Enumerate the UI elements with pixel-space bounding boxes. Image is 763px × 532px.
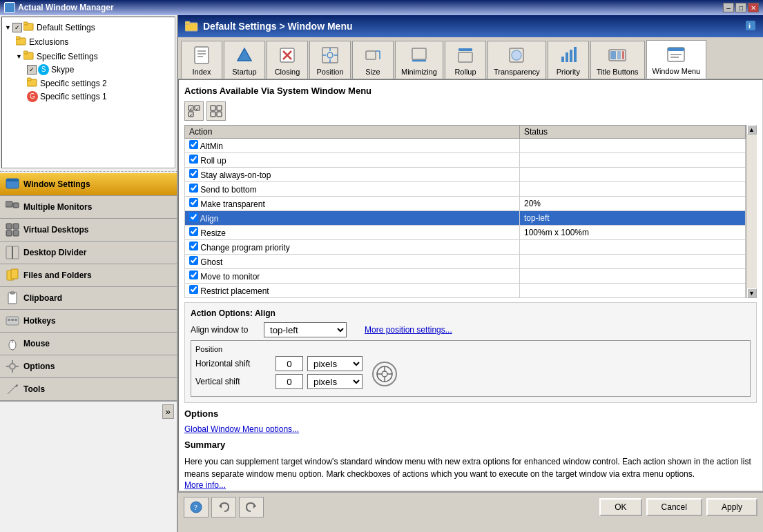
tree-label: Skype [51,65,74,75]
tab-index[interactable]: Index [181,41,222,79]
close-button[interactable]: ✕ [748,3,759,12]
global-options-link[interactable]: Global Window Menu options... [184,424,299,434]
more-info-link[interactable]: More info... [184,480,226,490]
checkbox-skype[interactable]: ✓ [27,65,37,75]
row-cb[interactable] [189,198,198,207]
svg-rect-11 [13,203,19,208]
row-cb[interactable] [189,140,198,149]
svg-rect-62 [570,50,572,62]
help-button[interactable]: ? [184,497,209,518]
nav-label: Tools [23,384,45,394]
table-row[interactable]: Send to bottom [185,182,746,197]
table-row[interactable]: Restrict placement [185,284,746,298]
action-options-title: Action Options: Align [191,308,751,318]
tab-startup[interactable]: Startup [224,41,265,79]
svg-rect-37 [195,47,209,63]
check-all-button[interactable]: ✓✓✓ [184,101,204,121]
tree-item-specific2[interactable]: Specific settings 2 [5,76,172,90]
table-row[interactable]: Stay always-on-top [185,168,746,182]
maximize-button[interactable]: □ [735,3,746,12]
options-icon [6,359,19,373]
vertical-unit-select[interactable]: pixels percent [307,374,363,389]
tab-position[interactable]: Position [309,41,351,79]
redo-button[interactable] [239,497,264,518]
nav-label: Virtual Desktops [23,225,88,235]
tree-item-specific-settings[interactable]: ▼ Specific Settings [5,49,172,63]
tab-transparency[interactable]: Transparency [487,41,546,79]
table-row[interactable]: Resize 100%m x 100%m [185,226,746,240]
tab-window-menu-label: Window Menu [653,67,701,75]
vertical-value-input[interactable] [276,374,303,389]
ok-button[interactable]: OK [599,498,641,516]
nav-options[interactable]: Options [0,355,177,378]
title-bar: Actual Window Manager – □ ✕ [0,0,763,15]
folder-icon [23,21,35,34]
tree-item-specific1[interactable]: G Specific settings 1 [5,90,172,103]
table-row[interactable]: AltMin [185,139,746,153]
tab-priority[interactable]: Priority [548,41,589,79]
nav-label: Clipboard [23,293,62,303]
tab-window-menu[interactable]: Window Menu [646,40,707,79]
tab-title-buttons[interactable]: Title Buttons [590,41,645,79]
undo-button[interactable] [211,497,236,518]
tab-closing[interactable]: Closing [267,41,308,79]
nav-hotkeys[interactable]: Hotkeys [0,310,177,333]
svg-rect-54 [412,48,426,59]
nav-window-settings[interactable]: Window Settings [0,173,177,196]
tab-size[interactable]: Size [352,41,394,79]
nav-files-folders[interactable]: Files and Folders [0,264,177,287]
table-row[interactable]: Roll up [185,153,746,168]
svg-rect-15 [13,230,19,236]
scroll-up-button[interactable]: ▲ [747,125,757,135]
nav-mouse[interactable]: Mouse [0,333,177,355]
scroll-down-button[interactable]: ▼ [747,288,757,298]
col-action: Action [185,126,520,139]
tree-label: Specific settings 2 [40,79,107,88]
table-row[interactable]: Make transparent 20% [185,197,746,211]
align-window-select[interactable]: top-left top-center top-right center bot… [264,322,347,337]
position-crosshair[interactable] [372,362,397,386]
expand-sidebar-button[interactable]: » [162,404,174,419]
col-status: Status [519,126,745,139]
skype-icon: S [38,64,49,75]
row-cb[interactable] [189,242,198,250]
tab-index-label: Index [193,68,211,76]
row-cb[interactable] [189,256,198,265]
row-cb[interactable] [189,169,198,178]
row-cb[interactable] [189,285,198,294]
row-cb[interactable] [189,155,198,164]
svg-rect-24 [11,319,14,321]
row-cb[interactable] [189,184,198,193]
horizontal-value-input[interactable] [276,356,303,371]
settings-tree: ▼ ✓ Default Settings Exclusions ▼ [1,17,175,168]
nav-desktop-divider[interactable]: Desktop Divider [0,242,177,264]
tree-item-exclusions[interactable]: Exclusions [5,35,172,49]
minimize-button[interactable]: – [723,3,734,12]
nav-multiple-monitors[interactable]: Multiple Monitors [0,196,177,219]
help-icon[interactable]: i [745,20,756,31]
svg-text:i: i [748,21,751,30]
checkbox-default-settings[interactable]: ✓ [12,23,22,32]
tree-item-skype[interactable]: ✓ S Skype [5,63,172,76]
row-cb[interactable] [189,213,198,221]
uncheck-all-button[interactable] [206,101,226,121]
table-row[interactable]: Ghost [185,255,746,269]
horizontal-unit-select[interactable]: pixels percent [307,356,363,371]
row-cb[interactable] [189,227,198,236]
more-position-link[interactable]: More position settings... [365,325,452,335]
nav-virtual-desktops[interactable]: Virtual Desktops [0,219,177,242]
apply-button[interactable]: Apply [706,498,757,516]
tab-minimizing[interactable]: Minimizing [395,41,443,79]
table-row[interactable]: Change program priority [185,240,746,255]
row-cb[interactable] [189,270,198,279]
cancel-button[interactable]: Cancel [646,498,702,516]
svg-rect-79 [217,106,222,110]
nav-clipboard[interactable]: Clipboard [0,287,177,310]
svg-rect-13 [13,224,19,229]
table-row-selected[interactable]: Align top-left [185,211,746,226]
tab-rollup[interactable]: Rollup [445,41,486,79]
sidebar-bottom: » [0,401,177,422]
tree-item-default-settings[interactable]: ▼ ✓ Default Settings [5,20,172,35]
nav-tools[interactable]: Tools [0,378,177,401]
table-row[interactable]: Move to monitor [185,269,746,284]
